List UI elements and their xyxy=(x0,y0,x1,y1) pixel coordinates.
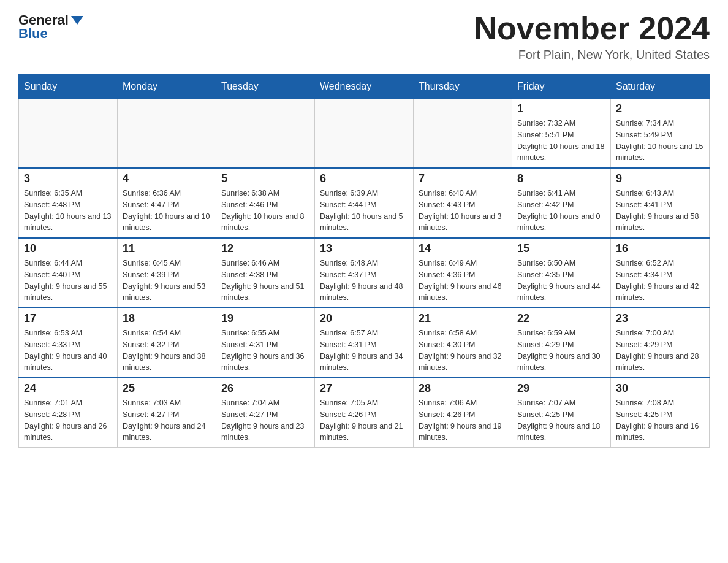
calendar-header-saturday: Saturday xyxy=(611,75,710,99)
day-info: Sunrise: 6:50 AM Sunset: 4:35 PM Dayligh… xyxy=(517,258,605,304)
calendar-cell: 17Sunrise: 6:53 AM Sunset: 4:33 PM Dayli… xyxy=(19,308,118,378)
day-number: 19 xyxy=(221,312,309,325)
calendar-cell: 27Sunrise: 7:05 AM Sunset: 4:26 PM Dayli… xyxy=(315,378,414,448)
calendar-cell: 4Sunrise: 6:36 AM Sunset: 4:47 PM Daylig… xyxy=(118,168,216,238)
calendar-cell: 8Sunrise: 6:41 AM Sunset: 4:42 PM Daylig… xyxy=(512,168,611,238)
calendar-week-row: 10Sunrise: 6:44 AM Sunset: 4:40 PM Dayli… xyxy=(19,238,710,308)
day-info: Sunrise: 6:45 AM Sunset: 4:39 PM Dayligh… xyxy=(123,258,211,304)
day-number: 4 xyxy=(123,172,211,185)
day-info: Sunrise: 7:01 AM Sunset: 4:28 PM Dayligh… xyxy=(24,397,112,443)
location-title: Fort Plain, New York, United States xyxy=(474,48,710,62)
calendar-header-thursday: Thursday xyxy=(414,75,512,99)
calendar-cell: 11Sunrise: 6:45 AM Sunset: 4:39 PM Dayli… xyxy=(118,238,216,308)
calendar-cell: 16Sunrise: 6:52 AM Sunset: 4:34 PM Dayli… xyxy=(611,238,710,308)
day-info: Sunrise: 7:34 AM Sunset: 5:49 PM Dayligh… xyxy=(616,118,704,164)
calendar-header-friday: Friday xyxy=(512,75,611,99)
day-info: Sunrise: 6:57 AM Sunset: 4:31 PM Dayligh… xyxy=(320,327,408,373)
day-info: Sunrise: 7:08 AM Sunset: 4:25 PM Dayligh… xyxy=(616,397,704,443)
calendar-cell: 13Sunrise: 6:48 AM Sunset: 4:37 PM Dayli… xyxy=(315,238,414,308)
day-info: Sunrise: 6:48 AM Sunset: 4:37 PM Dayligh… xyxy=(320,258,408,304)
calendar-header-row: SundayMondayTuesdayWednesdayThursdayFrid… xyxy=(19,75,710,99)
calendar-week-row: 3Sunrise: 6:35 AM Sunset: 4:48 PM Daylig… xyxy=(19,168,710,238)
day-info: Sunrise: 6:38 AM Sunset: 4:46 PM Dayligh… xyxy=(221,188,309,234)
calendar-header-wednesday: Wednesday xyxy=(315,75,414,99)
day-info: Sunrise: 7:06 AM Sunset: 4:26 PM Dayligh… xyxy=(419,397,507,443)
day-number: 12 xyxy=(221,242,309,255)
calendar-cell: 25Sunrise: 7:03 AM Sunset: 4:27 PM Dayli… xyxy=(118,378,216,448)
calendar-cell xyxy=(414,99,512,169)
day-number: 7 xyxy=(419,172,507,185)
day-number: 26 xyxy=(221,382,309,395)
day-number: 17 xyxy=(24,312,112,325)
day-number: 8 xyxy=(517,172,605,185)
day-info: Sunrise: 7:07 AM Sunset: 4:25 PM Dayligh… xyxy=(517,397,605,443)
day-info: Sunrise: 7:32 AM Sunset: 5:51 PM Dayligh… xyxy=(517,118,605,164)
calendar-header-tuesday: Tuesday xyxy=(216,75,315,99)
calendar-cell: 24Sunrise: 7:01 AM Sunset: 4:28 PM Dayli… xyxy=(19,378,118,448)
calendar-cell: 9Sunrise: 6:43 AM Sunset: 4:41 PM Daylig… xyxy=(611,168,710,238)
day-number: 13 xyxy=(320,242,408,255)
day-number: 10 xyxy=(24,242,112,255)
calendar-cell: 15Sunrise: 6:50 AM Sunset: 4:35 PM Dayli… xyxy=(512,238,611,308)
calendar-cell: 3Sunrise: 6:35 AM Sunset: 4:48 PM Daylig… xyxy=(19,168,118,238)
calendar-cell xyxy=(19,99,118,169)
calendar-cell: 30Sunrise: 7:08 AM Sunset: 4:25 PM Dayli… xyxy=(611,378,710,448)
calendar-cell: 26Sunrise: 7:04 AM Sunset: 4:27 PM Dayli… xyxy=(216,378,315,448)
page-header: General Blue November 2024 Fort Plain, N… xyxy=(18,12,710,62)
calendar-week-row: 24Sunrise: 7:01 AM Sunset: 4:28 PM Dayli… xyxy=(19,378,710,448)
day-info: Sunrise: 7:00 AM Sunset: 4:29 PM Dayligh… xyxy=(616,327,704,373)
day-number: 9 xyxy=(616,172,704,185)
calendar-cell xyxy=(216,99,315,169)
calendar-cell: 18Sunrise: 6:54 AM Sunset: 4:32 PM Dayli… xyxy=(118,308,216,378)
calendar-cell: 7Sunrise: 6:40 AM Sunset: 4:43 PM Daylig… xyxy=(414,168,512,238)
day-number: 27 xyxy=(320,382,408,395)
calendar-cell: 28Sunrise: 7:06 AM Sunset: 4:26 PM Dayli… xyxy=(414,378,512,448)
day-number: 1 xyxy=(517,102,605,115)
day-number: 18 xyxy=(123,312,211,325)
logo: General Blue xyxy=(18,12,83,42)
day-info: Sunrise: 6:49 AM Sunset: 4:36 PM Dayligh… xyxy=(419,258,507,304)
day-number: 30 xyxy=(616,382,704,395)
day-info: Sunrise: 6:41 AM Sunset: 4:42 PM Dayligh… xyxy=(517,188,605,234)
day-number: 2 xyxy=(616,102,704,115)
calendar-cell: 12Sunrise: 6:46 AM Sunset: 4:38 PM Dayli… xyxy=(216,238,315,308)
calendar-cell xyxy=(118,99,216,169)
day-number: 22 xyxy=(517,312,605,325)
day-number: 25 xyxy=(123,382,211,395)
day-info: Sunrise: 6:46 AM Sunset: 4:38 PM Dayligh… xyxy=(221,258,309,304)
day-number: 14 xyxy=(419,242,507,255)
day-number: 11 xyxy=(123,242,211,255)
calendar-cell: 2Sunrise: 7:34 AM Sunset: 5:49 PM Daylig… xyxy=(611,99,710,169)
day-info: Sunrise: 6:55 AM Sunset: 4:31 PM Dayligh… xyxy=(221,327,309,373)
day-info: Sunrise: 6:59 AM Sunset: 4:29 PM Dayligh… xyxy=(517,327,605,373)
day-number: 3 xyxy=(24,172,112,185)
day-number: 21 xyxy=(419,312,507,325)
day-info: Sunrise: 6:36 AM Sunset: 4:47 PM Dayligh… xyxy=(123,188,211,234)
day-number: 29 xyxy=(517,382,605,395)
calendar-cell: 22Sunrise: 6:59 AM Sunset: 4:29 PM Dayli… xyxy=(512,308,611,378)
day-number: 20 xyxy=(320,312,408,325)
calendar-cell: 21Sunrise: 6:58 AM Sunset: 4:30 PM Dayli… xyxy=(414,308,512,378)
calendar-cell: 14Sunrise: 6:49 AM Sunset: 4:36 PM Dayli… xyxy=(414,238,512,308)
calendar-cell: 10Sunrise: 6:44 AM Sunset: 4:40 PM Dayli… xyxy=(19,238,118,308)
day-info: Sunrise: 7:03 AM Sunset: 4:27 PM Dayligh… xyxy=(123,397,211,443)
day-info: Sunrise: 7:04 AM Sunset: 4:27 PM Dayligh… xyxy=(221,397,309,443)
day-info: Sunrise: 6:40 AM Sunset: 4:43 PM Dayligh… xyxy=(419,188,507,234)
day-info: Sunrise: 6:58 AM Sunset: 4:30 PM Dayligh… xyxy=(419,327,507,373)
day-number: 5 xyxy=(221,172,309,185)
day-info: Sunrise: 6:54 AM Sunset: 4:32 PM Dayligh… xyxy=(123,327,211,373)
logo-arrow-icon xyxy=(71,16,83,25)
day-info: Sunrise: 6:39 AM Sunset: 4:44 PM Dayligh… xyxy=(320,188,408,234)
day-info: Sunrise: 6:53 AM Sunset: 4:33 PM Dayligh… xyxy=(24,327,112,373)
title-block: November 2024 Fort Plain, New York, Unit… xyxy=(474,12,710,62)
calendar-cell: 29Sunrise: 7:07 AM Sunset: 4:25 PM Dayli… xyxy=(512,378,611,448)
calendar-cell: 23Sunrise: 7:00 AM Sunset: 4:29 PM Dayli… xyxy=(611,308,710,378)
calendar-cell: 6Sunrise: 6:39 AM Sunset: 4:44 PM Daylig… xyxy=(315,168,414,238)
day-number: 24 xyxy=(24,382,112,395)
month-title: November 2024 xyxy=(474,12,710,44)
calendar-cell: 19Sunrise: 6:55 AM Sunset: 4:31 PM Dayli… xyxy=(216,308,315,378)
day-number: 28 xyxy=(419,382,507,395)
calendar-header-monday: Monday xyxy=(118,75,216,99)
day-number: 16 xyxy=(616,242,704,255)
calendar-header-sunday: Sunday xyxy=(19,75,118,99)
